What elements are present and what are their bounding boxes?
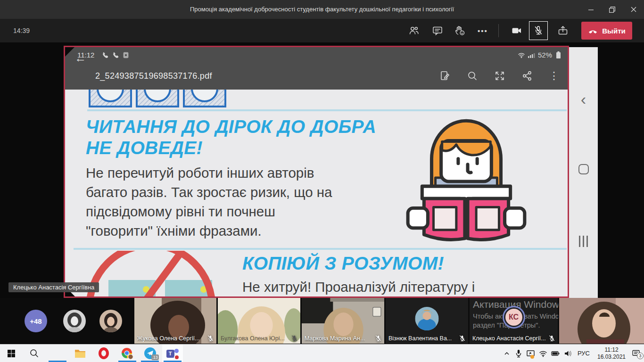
teams-logo-circle xyxy=(174,349,179,353)
close-icon xyxy=(631,7,636,12)
search-icon xyxy=(467,70,478,82)
tray-wifi-button[interactable] xyxy=(537,345,549,362)
participant-avatar[interactable] xyxy=(99,310,122,332)
signal-bars-icon xyxy=(528,52,535,58)
share-screen-button[interactable] xyxy=(553,21,573,40)
shared-screen: 11:12 52% ← 2_52493875196985 xyxy=(64,46,569,298)
battery-icon xyxy=(551,349,560,358)
call-controls-bar: 14:39 ••• xyxy=(0,19,644,42)
more-actions-button[interactable]: ••• xyxy=(472,21,493,40)
raise-hand-icon xyxy=(454,25,465,36)
edge-icon xyxy=(52,347,64,359)
pdf-toolbar-icons: ⋮ xyxy=(439,70,559,82)
taskbar-chrome-button[interactable] xyxy=(117,345,138,362)
taskbar-telegram-button[interactable]: .13 xyxy=(140,345,160,362)
mic-muted-icon xyxy=(375,335,382,342)
mic-muted-icon xyxy=(548,335,555,342)
restore-button[interactable] xyxy=(602,0,623,19)
taskbar-search-button[interactable] xyxy=(24,345,44,362)
more-icon: ••• xyxy=(478,27,488,35)
taskbar-edge-button[interactable] xyxy=(47,345,68,362)
participant-tile[interactable]: Булгакова Олена Юрі... xyxy=(218,298,300,344)
taskbar-explorer-button[interactable] xyxy=(70,345,91,362)
phone-status-right: 52% xyxy=(518,51,562,59)
tray-show-hidden-button[interactable] xyxy=(501,345,513,362)
slide-body-line: "говорити" їхніми фразами. xyxy=(86,221,262,240)
restore-icon xyxy=(609,7,615,13)
participant-tile[interactable]: Візнюк Валентина Ва... xyxy=(386,298,468,344)
camera-button[interactable] xyxy=(506,21,527,40)
overflow-participants-button[interactable]: +48 xyxy=(25,310,47,332)
slide-heading-1-line-1: ЧИТАННЯ ДО ДІРОК ДО ДОБРА xyxy=(86,116,376,137)
taskbar-opera-button[interactable] xyxy=(93,345,114,362)
screen-corner-fold xyxy=(65,47,74,57)
reading-girl-illustration xyxy=(397,111,535,244)
leave-label: Выйти xyxy=(602,27,625,35)
slide-body-2: Не хитруй! Проаналізуй літературу і xyxy=(242,277,475,296)
hatched-squares-graphic xyxy=(89,90,226,108)
taskbar-teams-button[interactable]: T xyxy=(162,345,183,362)
leave-button[interactable]: Выйти xyxy=(581,22,632,40)
tray-mic-button[interactable] xyxy=(513,345,524,362)
tray-notifications-button[interactable]: 3 xyxy=(629,345,643,362)
battery-icon xyxy=(555,51,562,59)
nav-home-icon xyxy=(578,164,589,174)
phone-nav-recents xyxy=(569,236,598,247)
wifi-icon xyxy=(518,52,525,58)
tray-clock-button[interactable]: 11:12 16.03.2021 xyxy=(593,345,630,362)
participant-name: Булгакова Олена Юрі... xyxy=(221,335,285,342)
fullscreen-icon xyxy=(494,70,505,82)
phone-status-icons xyxy=(102,52,129,58)
tray-display-button[interactable] xyxy=(525,345,537,362)
tray-volume-button[interactable] xyxy=(561,345,574,362)
teams-notification-dot xyxy=(174,354,180,360)
tray-language-button[interactable]: РУС xyxy=(574,345,593,362)
phone-nav-back: ‹ xyxy=(569,92,598,106)
people-icon xyxy=(408,25,420,36)
share-screen-icon xyxy=(557,25,569,36)
mic-icon xyxy=(515,349,522,358)
teams-icon: T xyxy=(166,347,179,360)
participant-tile[interactable]: Маркова Марина Ан... xyxy=(302,298,384,344)
participant-name: Клецько Анастасія Сергії... xyxy=(472,335,546,342)
slide-body-line: підсвідомому рівні ти почнеш xyxy=(86,202,275,221)
chat-icon xyxy=(432,25,443,36)
share-icon xyxy=(521,70,533,82)
participant-name: Візнюк Валентина Ва... xyxy=(388,335,452,342)
chat-button[interactable] xyxy=(427,21,448,40)
minimize-icon xyxy=(588,7,594,12)
opera-icon xyxy=(99,347,109,359)
kebab-menu-icon: ⋮ xyxy=(549,70,559,82)
raise-hand-button[interactable] xyxy=(449,21,470,40)
meeting-stage: 11:12 52% ← 2_52493875196985 xyxy=(0,42,644,298)
mic-button[interactable] xyxy=(529,21,548,40)
pdf-filename: 2_5249387519698537176.pdf xyxy=(95,71,212,81)
participants-button[interactable] xyxy=(404,21,424,40)
start-button[interactable] xyxy=(1,345,22,362)
tray-battery-button[interactable] xyxy=(549,345,561,362)
minimize-button[interactable] xyxy=(580,0,602,19)
participant-name: Жукова Олена Сергії... xyxy=(137,335,199,342)
participant-avatar[interactable] xyxy=(63,310,86,332)
wifi-icon xyxy=(539,350,547,357)
mic-muted-icon xyxy=(533,25,544,36)
meeting-title: Промоція академічної доброчесності студе… xyxy=(0,0,644,19)
call-timer: 14:39 xyxy=(13,19,30,42)
camera-icon xyxy=(511,25,522,36)
chrome-icon xyxy=(121,347,133,360)
avatar-photo xyxy=(99,310,122,332)
participant-tile[interactable]: Жукова Олена Сергії... xyxy=(134,298,216,344)
participant-name: Маркова Марина Ан... xyxy=(305,335,365,342)
language-indicator: РУС xyxy=(578,350,590,357)
close-button[interactable] xyxy=(623,0,644,19)
chevron-up-icon xyxy=(504,350,510,357)
hangup-icon xyxy=(588,26,598,36)
notification-count-badge: 3 xyxy=(637,353,644,359)
slide-body-line: багато разів. Так зростає ризик, що на xyxy=(86,182,332,202)
participant-tile[interactable] xyxy=(559,298,644,344)
telegram-badge: .13 xyxy=(151,354,159,360)
taskbar-time: 11:12 xyxy=(604,346,618,354)
windows-taskbar: .13 T xyxy=(0,344,644,362)
nav-back-icon: ‹ xyxy=(581,92,586,106)
teams-logo-letter: T xyxy=(169,351,172,356)
